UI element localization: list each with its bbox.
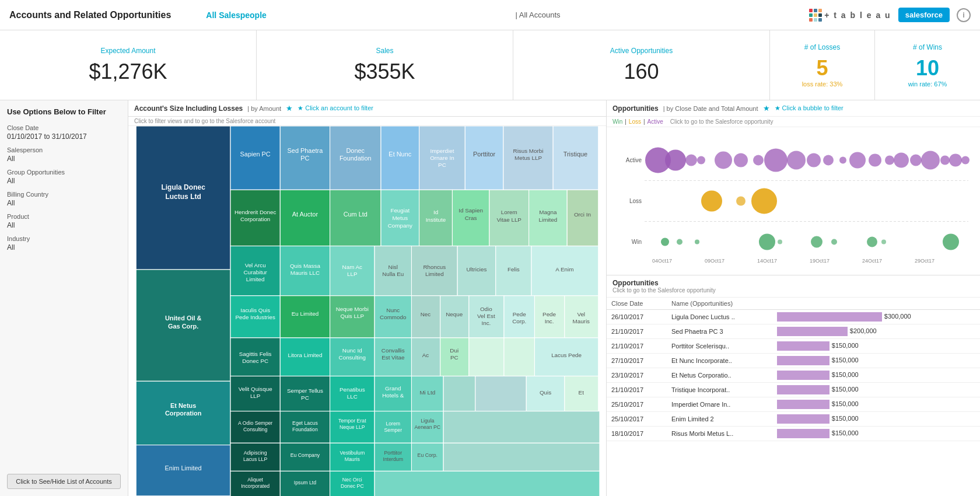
svg-text:Lacus LLP: Lacus LLP xyxy=(243,456,267,462)
table-row[interactable]: 18/10/2017Risus Morbi Metus L..$150,000 xyxy=(607,427,980,441)
cell-amount: $150,000 xyxy=(772,427,980,441)
svg-text:PC: PC xyxy=(438,162,446,168)
kpi-losses: # of Losses 5 loss rate: 33% xyxy=(770,30,875,100)
opportunities-table-panel: Opportunities Click to go to the Salesfo… xyxy=(607,275,980,496)
svg-rect-144 xyxy=(443,376,475,411)
svg-text:Et Netus: Et Netus xyxy=(170,402,196,409)
svg-rect-3 xyxy=(230,126,280,190)
svg-text:Ultricies: Ultricies xyxy=(466,266,487,273)
cell-date: 25/10/2017 xyxy=(607,412,667,427)
filter-billing-label: Billing Country xyxy=(7,191,121,198)
svg-text:Ornare In: Ornare In xyxy=(430,155,454,161)
treemap-area[interactable]: Ligula Donec Luctus Ltd Sapien PC Sed Ph… xyxy=(128,126,606,496)
info-button[interactable]: i xyxy=(957,8,971,22)
filter-all-salespeople[interactable]: All Salespeople xyxy=(206,11,266,20)
svg-point-215 xyxy=(823,155,834,166)
svg-text:Eu Limited: Eu Limited xyxy=(292,310,318,317)
table-row[interactable]: 21/10/2017Tristique Incorporat..$150,000 xyxy=(607,383,980,397)
svg-text:Porttitor: Porttitor xyxy=(473,151,496,158)
cell-name: Et Nunc Incorporate.. xyxy=(667,354,772,368)
bubble-chart-area[interactable]: Active Loss Win 04Oct17 09Oct17 14Oct17 … xyxy=(607,127,980,275)
filter-billing-country[interactable]: Billing Country All xyxy=(7,191,121,207)
svg-text:Et Nunc: Et Nunc xyxy=(388,151,411,158)
svg-text:Eu Corp.: Eu Corp. xyxy=(418,452,438,458)
svg-text:04Oct17: 04Oct17 xyxy=(652,258,672,264)
svg-text:Incorporated: Incorporated xyxy=(241,483,270,489)
filter-product-value: All xyxy=(7,221,121,229)
cell-name: Enim Limited 2 xyxy=(667,412,772,427)
svg-point-206 xyxy=(665,150,686,171)
svg-text:Et: Et xyxy=(579,389,584,396)
kpi-active-opps: Active Opportunities 160 xyxy=(513,30,770,100)
svg-text:Lacus Pede: Lacus Pede xyxy=(551,352,582,358)
svg-point-235 xyxy=(831,239,837,245)
svg-text:Nec Orci: Nec Orci xyxy=(342,477,362,483)
svg-text:PC: PC xyxy=(450,354,459,361)
svg-text:Id Sapien: Id Sapien xyxy=(459,207,483,214)
bubble-by: | by Close Date and Total Amount xyxy=(663,105,758,112)
svg-point-226 xyxy=(701,191,722,212)
svg-text:Aliquet: Aliquet xyxy=(247,477,263,483)
table-row[interactable]: 21/10/2017Sed Phaetra PC 3$200,000 xyxy=(607,324,980,339)
svg-text:Inc.: Inc. xyxy=(545,318,554,324)
svg-text:Mauris LLC: Mauris LLC xyxy=(290,270,320,276)
cell-date: 18/10/2017 xyxy=(607,427,667,441)
svg-rect-30 xyxy=(280,190,330,246)
svg-text:Mi Ltd: Mi Ltd xyxy=(419,389,435,396)
svg-point-218 xyxy=(869,154,881,167)
svg-rect-184 xyxy=(443,443,600,471)
svg-text:Sed Phaetra: Sed Phaetra xyxy=(288,147,324,154)
table-row[interactable]: 27/10/2017Et Nunc Incorporate..$150,000 xyxy=(607,354,980,368)
svg-point-224 xyxy=(949,154,962,167)
filter-close-date[interactable]: Close Date 01/10/2017 to 31/10/2017 xyxy=(7,124,121,141)
svg-point-234 xyxy=(811,236,822,248)
table-row[interactable]: 25/10/2017Enim Limited 2$150,000 xyxy=(607,412,980,427)
svg-text:24Oct17: 24Oct17 xyxy=(862,258,882,264)
table-row[interactable]: 21/10/2017Porttitor Scelerisqu..$150,000 xyxy=(607,339,980,354)
cell-amount: $150,000 xyxy=(772,354,980,368)
filter-industry[interactable]: Industry All xyxy=(7,235,121,252)
salesforce-button[interactable]: salesforce xyxy=(898,8,950,22)
svg-text:Lorem: Lorem xyxy=(501,209,517,215)
svg-text:14Oct17: 14Oct17 xyxy=(757,258,777,264)
cell-name: Imperdiet Ornare In.. xyxy=(667,397,772,412)
svg-text:LLC: LLC xyxy=(347,393,358,400)
svg-text:Semper: Semper xyxy=(384,427,402,433)
kpi-active-value: 160 xyxy=(624,60,659,84)
svg-text:Vel: Vel xyxy=(577,311,585,317)
bubble-filter-link[interactable]: ★ Click a bubble to filter xyxy=(775,104,844,112)
filter-close-date-value: 01/10/2017 to 31/10/2017 xyxy=(7,132,121,141)
filter-group-opps[interactable]: Group Opportunities All xyxy=(7,169,121,185)
svg-text:Porttitor: Porttitor xyxy=(384,450,402,456)
table-title: Opportunities xyxy=(612,279,974,287)
table-row[interactable]: 26/10/2017Ligula Donec Luctus ..$300,000 xyxy=(607,310,980,324)
cell-name: Porttitor Scelerisqu.. xyxy=(667,339,772,354)
treemap-filter-link[interactable]: ★ Click an account to filter xyxy=(298,104,373,112)
svg-text:Pede: Pede xyxy=(513,311,526,317)
svg-text:Pede: Pede xyxy=(542,311,556,317)
cell-date: 21/10/2017 xyxy=(607,339,667,354)
svg-rect-82 xyxy=(280,296,330,338)
svg-text:Nunc Id: Nunc Id xyxy=(342,347,362,354)
table-scroll-area[interactable]: Close Date Name (Opportunities) 26/10/20… xyxy=(607,298,980,496)
table-header: Opportunities Click to go to the Salesfo… xyxy=(607,275,980,298)
svg-rect-50 xyxy=(567,190,598,246)
cell-name: Ligula Donec Luctus .. xyxy=(667,310,772,324)
svg-point-227 xyxy=(736,197,746,206)
cell-date: 21/10/2017 xyxy=(607,383,667,397)
filter-salesperson-label: Salesperson xyxy=(7,146,121,153)
svg-text:Odio: Odio xyxy=(480,306,492,312)
svg-text:Donec: Donec xyxy=(346,147,365,154)
see-hide-button[interactable]: Click to See/Hide List of Accounts xyxy=(7,474,121,489)
svg-text:Id: Id xyxy=(433,209,438,215)
filter-salesperson[interactable]: Salesperson All xyxy=(7,146,121,163)
col-amount xyxy=(772,298,980,310)
svg-text:Metus LLP: Metus LLP xyxy=(514,155,542,161)
svg-text:Donec PC: Donec PC xyxy=(242,358,268,364)
filter-product[interactable]: Product All xyxy=(7,213,121,229)
table-row[interactable]: 23/10/2017Et Netus Corporatio..$150,000 xyxy=(607,368,980,383)
kpi-wins-label: # of Wins xyxy=(913,43,942,51)
bubble-sub: Click to go to the Salesforce opportunit… xyxy=(670,118,774,125)
table-row[interactable]: 25/10/2017Imperdiet Ornare In..$150,000 xyxy=(607,397,980,412)
svg-point-223 xyxy=(940,156,950,165)
